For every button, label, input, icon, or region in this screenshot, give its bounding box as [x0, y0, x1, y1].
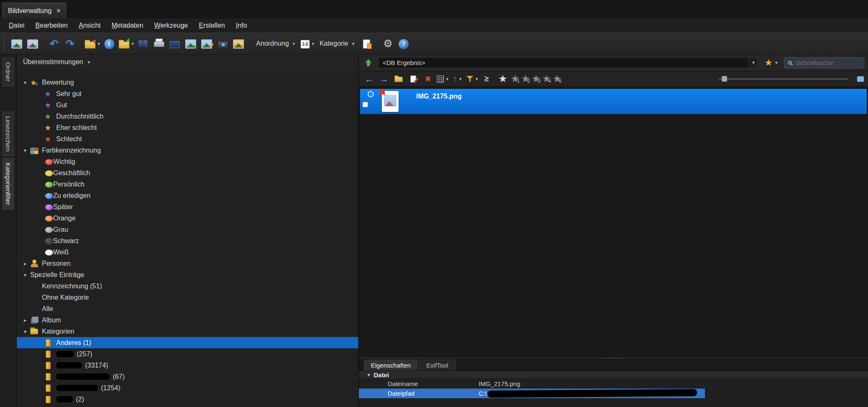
menu-item[interactable]: Datei	[3, 18, 30, 33]
rating-range-dropdown[interactable]: 1-5 ▾	[299, 35, 316, 52]
new-folder-button[interactable]	[392, 73, 405, 85]
panel-splitter[interactable]: ······	[359, 356, 868, 360]
quick-search-input[interactable]	[795, 59, 852, 67]
edit-button[interactable]	[407, 73, 420, 85]
redo-button[interactable]: ↷	[62, 35, 78, 52]
tree-item[interactable]: ▾ Bewertung	[17, 77, 358, 88]
slider-thumb[interactable]	[722, 76, 727, 82]
properties-tab[interactable]: Eigenschaften	[364, 360, 418, 371]
rating-star-button[interactable]: ★ 3	[531, 73, 542, 84]
tree-item[interactable]: Geschäftlich	[17, 167, 358, 179]
tree-item[interactable]: Wichtig	[17, 156, 358, 167]
tree-item[interactable]: Grau	[17, 224, 358, 235]
forward-button[interactable]: →	[378, 73, 390, 85]
expander-icon[interactable]: ▾	[20, 80, 30, 86]
tree-item[interactable]: Weiß	[17, 246, 358, 258]
selection-circle-icon[interactable]	[368, 91, 374, 97]
combo-arrow[interactable]: ▾	[748, 57, 758, 68]
back-button[interactable]: ←	[363, 73, 376, 85]
image-export-button[interactable]	[183, 35, 199, 52]
close-icon[interactable]: ×	[57, 8, 60, 14]
new-category-button[interactable]	[358, 35, 374, 52]
tree-item[interactable]: ▸ Album	[17, 314, 358, 326]
location-combo[interactable]: <DB Ergebnis> ▾	[378, 57, 758, 68]
kategorie-dropdown[interactable]: Kategorie ▾	[315, 36, 358, 52]
expander-icon[interactable]: ▾	[20, 329, 30, 334]
tree-item[interactable]: (33174)	[17, 360, 358, 371]
property-row[interactable]	[359, 398, 705, 407]
expander-icon[interactable]: ▾	[20, 272, 30, 278]
tree-item[interactable]: Kennzeichnung (51)	[17, 280, 358, 292]
tree-item[interactable]: Schlecht	[17, 133, 358, 145]
camera-import-button[interactable]	[215, 35, 231, 52]
thumbnail-size-slider[interactable]	[718, 73, 848, 85]
slideshow-button[interactable]	[231, 35, 246, 52]
matches-dropdown[interactable]: Übereinstimmungen ▾	[17, 54, 358, 70]
tree-item[interactable]: Sehr gut	[17, 88, 358, 99]
rating-threshold-button[interactable]: ≥	[480, 73, 493, 85]
thumbnail-layout-icon[interactable]	[857, 76, 864, 82]
tree-item[interactable]: (2)	[17, 394, 358, 405]
tree-item[interactable]: Gut	[17, 99, 358, 111]
chevron-down-icon[interactable]: ▾	[312, 41, 314, 47]
toolbar-grip[interactable]	[3, 36, 7, 51]
filter-dropdown[interactable]: ▾	[466, 73, 478, 85]
tree-item[interactable]: Ohne Kategorie	[17, 292, 358, 303]
delete-button[interactable]: ✖	[422, 73, 434, 85]
tree-item[interactable]: ▾ Kategorien	[17, 326, 358, 337]
expander-icon[interactable]: ▾	[20, 148, 30, 153]
file-list[interactable]: IMG_2175.png	[359, 87, 868, 356]
tree-item[interactable]: ▾ Farbkennzeichnung	[17, 145, 358, 156]
property-row[interactable]: Dateiname IMG_2175.png	[359, 379, 705, 389]
rating-star-any[interactable]: ★	[498, 74, 508, 84]
menu-item[interactable]: Info	[231, 18, 253, 33]
side-tab[interactable]: Lesezeichen	[3, 111, 14, 156]
tree-item[interactable]: (1254)	[17, 382, 358, 394]
tree-item[interactable]: ▾ Spezielle Einträge	[17, 269, 358, 280]
section-collapse-icon[interactable]: ▾	[368, 372, 370, 378]
search-button[interactable]	[135, 35, 151, 52]
rating-star-button[interactable]: ★ 1	[510, 73, 521, 84]
chevron-down-icon[interactable]: ▾	[132, 41, 134, 47]
tree-item[interactable]: ▸ Personen	[17, 258, 358, 269]
tree-item[interactable]: Schwarz	[17, 235, 358, 246]
go-up-button[interactable]	[363, 57, 374, 69]
rating-star-button[interactable]: ★ 2	[521, 73, 531, 84]
properties-tab[interactable]: ExifTool	[419, 360, 456, 371]
info-button[interactable]: i	[101, 35, 117, 52]
export-folder-button[interactable]: ▾	[83, 35, 101, 52]
settings-button[interactable]: ⚙	[380, 35, 396, 52]
tree-item[interactable]: Zu erledigen	[17, 190, 358, 201]
menu-item[interactable]: Werkzeuge	[149, 18, 194, 33]
acquire-image-button[interactable]	[25, 35, 41, 52]
menu-item[interactable]: Metadaten	[106, 18, 149, 33]
sort-dropdown[interactable]: ↑ ▾	[451, 73, 464, 85]
open-image-button[interactable]	[9, 35, 25, 52]
tree-item[interactable]: Eher schlecht	[17, 122, 358, 133]
side-tab[interactable]: Ordner	[3, 57, 14, 86]
import-folder-button[interactable]: ▾	[117, 35, 135, 52]
menu-item[interactable]: Erstellen	[193, 18, 230, 33]
rating-star-button[interactable]: ★ 4	[542, 73, 552, 84]
tree-item[interactable]: Orange	[17, 213, 358, 224]
view-mode-dropdown[interactable]: ▾	[436, 73, 449, 85]
section-datei[interactable]: ▾ Datei	[359, 371, 868, 379]
tree-item[interactable]: Anderes (1)	[17, 337, 358, 348]
side-tab[interactable]: Kategorienfilter	[3, 158, 14, 210]
expander-icon[interactable]: ▸	[20, 261, 30, 267]
favorites-button[interactable]: ★ ▾	[762, 58, 780, 67]
property-row[interactable]: Dateipfad C:\	[359, 389, 705, 398]
image-edit-button[interactable]	[199, 35, 215, 52]
help-button[interactable]: ?	[396, 35, 412, 52]
anordnung-dropdown[interactable]: Anordnung ▾	[252, 36, 299, 52]
file-row-selected[interactable]: IMG_2175.png	[360, 89, 867, 114]
tree-item[interactable]: Persönlich	[17, 179, 358, 190]
expander-icon[interactable]: ▸	[20, 317, 30, 323]
quick-search-box[interactable]	[784, 57, 864, 68]
tree-item[interactable]: Alle	[17, 303, 358, 314]
tree-item[interactable]: (67)	[17, 371, 358, 382]
slider-track[interactable]	[718, 78, 848, 80]
menu-item[interactable]: Bearbeiten	[30, 18, 73, 33]
tree-item[interactable]: Durchschnittlich	[17, 111, 358, 122]
compare-view-button[interactable]	[167, 35, 183, 52]
